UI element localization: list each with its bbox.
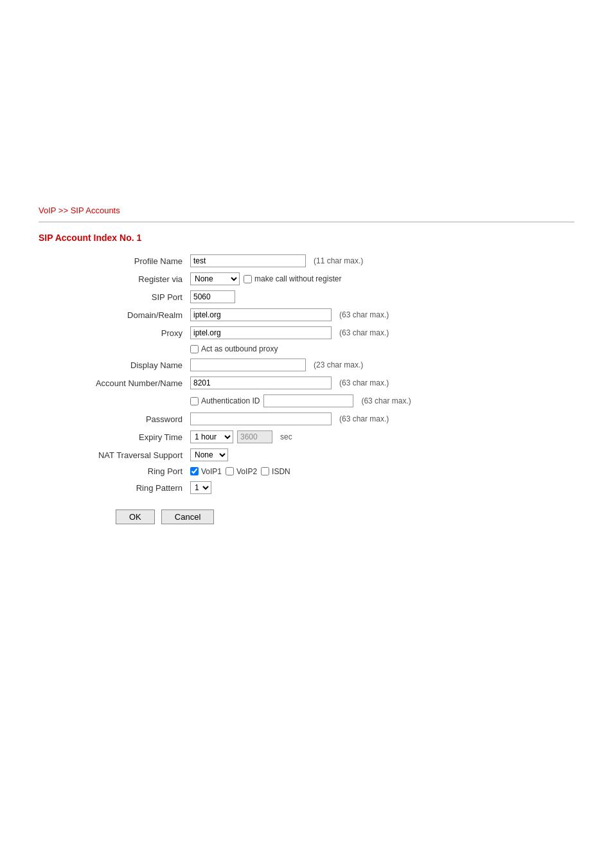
- sip-port-row: SIP Port: [77, 288, 415, 306]
- profile-name-row: Profile Name (11 char max.): [77, 252, 415, 270]
- cancel-button[interactable]: Cancel: [161, 509, 214, 524]
- account-number-input-cell: (63 char max.): [186, 374, 415, 392]
- proxy-input[interactable]: [190, 326, 332, 339]
- account-number-row: Account Number/Name (63 char max.): [77, 374, 415, 392]
- nat-traversal-input-cell: None STUN ICE: [186, 446, 415, 464]
- ring-pattern-select[interactable]: 1 2 3 4: [190, 481, 211, 494]
- proxy-input-cell: (63 char max.): [186, 324, 415, 342]
- voip1-label[interactable]: VoIP1: [190, 467, 222, 476]
- account-number-input[interactable]: [190, 376, 332, 389]
- isdn-checkbox[interactable]: [261, 467, 269, 475]
- password-row: Password (63 char max.): [77, 410, 415, 428]
- expiry-time-input-cell: 1 hour 30 min 2 hours sec: [186, 428, 415, 446]
- nat-traversal-row: NAT Traversal Support None STUN ICE: [77, 446, 415, 464]
- outbound-proxy-row: Act as outbound proxy: [77, 342, 415, 356]
- sip-account-form: Profile Name (11 char max.) Register via…: [77, 252, 415, 497]
- ring-port-label: Ring Port: [77, 464, 186, 479]
- expiry-time-label: Expiry Time: [77, 428, 186, 446]
- sip-port-input[interactable]: [190, 290, 235, 303]
- display-name-input[interactable]: [190, 359, 306, 371]
- section-divider: [39, 222, 574, 222]
- domain-row: Domain/Realm (63 char max.): [77, 306, 415, 324]
- domain-input-cell: (63 char max.): [186, 306, 415, 324]
- nat-traversal-label: NAT Traversal Support: [77, 446, 186, 464]
- sip-port-input-cell: [186, 288, 415, 306]
- make-call-checkbox[interactable]: [244, 275, 252, 283]
- ring-port-row: Ring Port VoIP1 VoIP2 ISDN: [77, 464, 415, 479]
- register-via-select[interactable]: None Account1 Account2: [190, 272, 240, 285]
- button-row: OK Cancel: [116, 509, 574, 524]
- outbound-proxy-label[interactable]: Act as outbound proxy: [190, 344, 411, 353]
- register-via-row: Register via None Account1 Account2 make…: [77, 270, 415, 288]
- sip-port-label: SIP Port: [77, 288, 186, 306]
- domain-hint: (63 char max.): [339, 310, 389, 319]
- make-call-label[interactable]: make call without register: [244, 274, 341, 283]
- auth-id-input-cell: Authentication ID (63 char max.): [186, 392, 415, 410]
- register-via-input-cell: None Account1 Account2 make call without…: [186, 270, 415, 288]
- display-name-input-cell: (23 char max.): [186, 356, 415, 374]
- account-number-hint: (63 char max.): [339, 378, 389, 387]
- auth-id-empty-label: [77, 392, 186, 410]
- expiry-time-select[interactable]: 1 hour 30 min 2 hours: [190, 430, 233, 443]
- voip2-checkbox[interactable]: [226, 467, 234, 475]
- nat-traversal-select[interactable]: None STUN ICE: [190, 448, 228, 461]
- profile-name-input-cell: (11 char max.): [186, 252, 415, 270]
- password-input[interactable]: [190, 412, 332, 425]
- auth-id-label[interactable]: Authentication ID: [190, 396, 260, 405]
- profile-name-input[interactable]: [190, 254, 306, 267]
- outbound-proxy-checkbox-cell: Act as outbound proxy: [186, 342, 415, 356]
- auth-id-hint: (63 char max.): [361, 396, 411, 405]
- display-name-label: Display Name: [77, 356, 186, 374]
- proxy-label: Proxy: [77, 324, 186, 342]
- password-input-cell: (63 char max.): [186, 410, 415, 428]
- ring-port-input-cell: VoIP1 VoIP2 ISDN: [186, 464, 415, 479]
- proxy-hint: (63 char max.): [339, 328, 389, 337]
- voip1-checkbox[interactable]: [190, 467, 199, 475]
- ring-pattern-input-cell: 1 2 3 4: [186, 479, 415, 497]
- breadcrumb: VoIP >> SIP Accounts: [39, 206, 574, 215]
- ring-pattern-row: Ring Pattern 1 2 3 4: [77, 479, 415, 497]
- outbound-proxy-empty-label: [77, 342, 186, 356]
- page-wrapper: VoIP >> SIP Accounts SIP Account Index N…: [0, 0, 613, 868]
- auth-id-row: Authentication ID (63 char max.): [77, 392, 415, 410]
- voip2-label[interactable]: VoIP2: [226, 467, 257, 476]
- auth-id-checkbox[interactable]: [190, 397, 199, 405]
- proxy-row: Proxy (63 char max.): [77, 324, 415, 342]
- domain-input[interactable]: [190, 308, 332, 321]
- expiry-sec-input[interactable]: [237, 430, 272, 443]
- auth-id-input[interactable]: [263, 394, 353, 407]
- register-via-label: Register via: [77, 270, 186, 288]
- ok-button[interactable]: OK: [116, 509, 155, 524]
- profile-name-label: Profile Name: [77, 252, 186, 270]
- display-name-row: Display Name (23 char max.): [77, 356, 415, 374]
- isdn-label[interactable]: ISDN: [261, 467, 290, 476]
- breadcrumb-text: VoIP >> SIP Accounts: [39, 206, 120, 215]
- account-number-label: Account Number/Name: [77, 374, 186, 392]
- password-label: Password: [77, 410, 186, 428]
- outbound-proxy-checkbox[interactable]: [190, 345, 199, 353]
- profile-name-hint: (11 char max.): [314, 256, 363, 265]
- password-hint: (63 char max.): [339, 414, 389, 423]
- display-name-hint: (23 char max.): [314, 360, 363, 369]
- expiry-time-row: Expiry Time 1 hour 30 min 2 hours sec: [77, 428, 415, 446]
- domain-label: Domain/Realm: [77, 306, 186, 324]
- ring-pattern-label: Ring Pattern: [77, 479, 186, 497]
- expiry-sec-label: sec: [280, 432, 292, 441]
- section-title: SIP Account Index No. 1: [39, 233, 574, 243]
